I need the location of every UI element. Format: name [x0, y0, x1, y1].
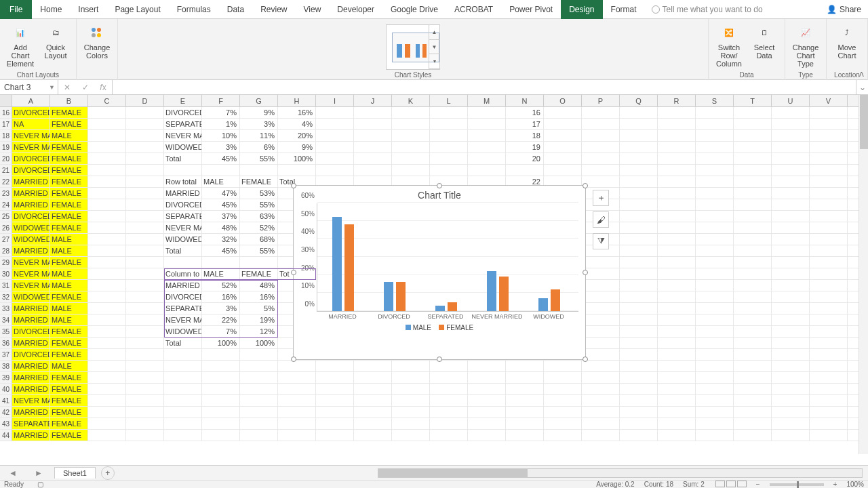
cell[interactable]	[734, 349, 772, 360]
row-header[interactable]: 20	[0, 153, 12, 164]
cell[interactable]	[126, 165, 164, 176]
tab-insert[interactable]: Insert	[70, 0, 106, 19]
table-row[interactable]: 44MARRIEDFEMALE	[0, 430, 868, 441]
cell[interactable]	[468, 165, 506, 176]
bar-FEMALE-DIVORCED[interactable]	[396, 282, 406, 311]
cell[interactable]	[164, 430, 202, 441]
cell[interactable]: MALE	[202, 176, 240, 187]
cell[interactable]: FEMALE	[50, 165, 88, 176]
cell[interactable]	[164, 384, 202, 394]
cell[interactable]	[772, 211, 810, 222]
cell[interactable]: NEVER MA	[12, 395, 50, 406]
cell[interactable]	[126, 222, 164, 233]
row-header[interactable]: 27	[0, 234, 12, 245]
cell[interactable]	[772, 222, 810, 233]
cell[interactable]	[506, 361, 544, 371]
cell[interactable]	[354, 430, 392, 441]
row-header[interactable]: 25	[0, 211, 12, 222]
zoom-out-icon[interactable]: −	[756, 481, 760, 488]
col-header-J[interactable]: J	[354, 95, 392, 106]
row-header[interactable]: 34	[0, 314, 12, 325]
row-header[interactable]: 24	[0, 199, 12, 210]
share-button[interactable]: 👤 Share	[827, 5, 861, 14]
cell[interactable]	[658, 245, 696, 256]
cell[interactable]	[126, 280, 164, 291]
cell[interactable]	[468, 361, 506, 371]
cell[interactable]	[126, 372, 164, 383]
cell[interactable]	[88, 395, 126, 406]
cell[interactable]	[126, 384, 164, 394]
cell[interactable]	[506, 418, 544, 429]
cell[interactable]	[582, 361, 620, 371]
cell[interactable]	[278, 430, 316, 441]
cell[interactable]	[658, 291, 696, 302]
col-header-I[interactable]: I	[316, 95, 354, 106]
cell[interactable]	[240, 361, 278, 371]
cell[interactable]	[620, 188, 658, 199]
cell[interactable]	[620, 291, 658, 302]
cell[interactable]	[544, 130, 582, 141]
cell[interactable]	[240, 430, 278, 441]
cell[interactable]: 18	[506, 130, 544, 141]
cell[interactable]	[430, 165, 468, 176]
cell[interactable]	[582, 326, 620, 337]
row-header[interactable]: 23	[0, 188, 12, 199]
bar-MALE-MARRIED[interactable]	[332, 217, 342, 311]
cell[interactable]: FEMALE	[50, 176, 88, 187]
cell[interactable]	[658, 372, 696, 383]
cell[interactable]	[88, 222, 126, 233]
cell[interactable]	[88, 257, 126, 268]
name-box-dropdown-icon[interactable]: ▼	[49, 84, 55, 91]
cell[interactable]	[88, 372, 126, 383]
cell[interactable]	[88, 107, 126, 118]
tab-developer[interactable]: Developer	[329, 0, 382, 19]
cell[interactable]	[468, 407, 506, 418]
cell[interactable]: MALE	[50, 280, 88, 291]
cell[interactable]: WIDOWED	[164, 142, 202, 152]
tab-formulas[interactable]: Formulas	[169, 0, 219, 19]
cell[interactable]: 16	[506, 107, 544, 118]
cell[interactable]: NEVER MA	[164, 130, 202, 141]
cell[interactable]	[772, 349, 810, 360]
cell[interactable]	[582, 130, 620, 141]
cell[interactable]: 53%	[240, 188, 278, 199]
cell[interactable]	[696, 222, 734, 233]
col-header-L[interactable]: L	[430, 95, 468, 106]
cell[interactable]	[126, 395, 164, 406]
cell[interactable]: MARRIED	[164, 188, 202, 199]
cell[interactable]	[544, 361, 582, 371]
cell[interactable]: MARRIED	[12, 430, 50, 441]
cell[interactable]	[658, 338, 696, 348]
cell[interactable]	[696, 176, 734, 187]
cell[interactable]	[126, 338, 164, 348]
cell[interactable]	[88, 165, 126, 176]
cell[interactable]	[582, 372, 620, 383]
cell[interactable]	[582, 291, 620, 302]
cell[interactable]	[810, 211, 848, 222]
cell[interactable]: 4%	[278, 119, 316, 129]
cell[interactable]: FEMALE	[50, 384, 88, 394]
cell[interactable]	[734, 130, 772, 141]
cell[interactable]	[506, 430, 544, 441]
cell[interactable]	[316, 395, 354, 406]
cell[interactable]	[240, 257, 278, 268]
cell[interactable]	[544, 165, 582, 176]
cell[interactable]: FEMALE	[50, 326, 88, 337]
cell[interactable]	[354, 130, 392, 141]
cell[interactable]	[88, 245, 126, 256]
cell[interactable]: 9%	[240, 107, 278, 118]
cell[interactable]	[240, 384, 278, 394]
cell[interactable]	[620, 199, 658, 210]
cell[interactable]	[810, 199, 848, 210]
cell[interactable]	[734, 188, 772, 199]
cell[interactable]: 55%	[240, 153, 278, 164]
cell[interactable]	[278, 407, 316, 418]
cell[interactable]	[696, 349, 734, 360]
cell[interactable]: MALE	[50, 268, 88, 279]
table-row[interactable]: 16DIVORCEDFEMALEDIVORCED7%9%16%16	[0, 107, 868, 119]
cell[interactable]	[696, 361, 734, 371]
cell[interactable]	[88, 303, 126, 314]
cell[interactable]	[810, 119, 848, 129]
cell[interactable]	[430, 372, 468, 383]
cell[interactable]	[126, 211, 164, 222]
